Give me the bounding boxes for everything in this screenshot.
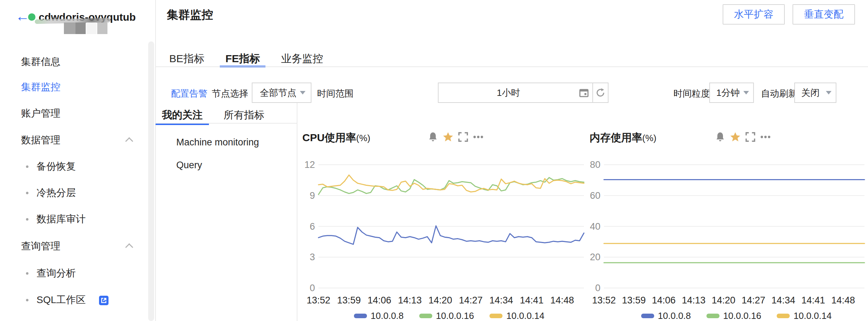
- fullscreen-icon[interactable]: [745, 131, 756, 143]
- svg-text:9: 9: [310, 190, 315, 201]
- auto-refresh-label: 自动刷新: [761, 87, 797, 100]
- svg-text:20: 20: [590, 252, 600, 262]
- chart-actions: [427, 131, 484, 143]
- svg-text:40: 40: [590, 221, 600, 232]
- legend-item[interactable]: 10.0.0.14: [777, 310, 831, 321]
- legend-swatch: [641, 314, 654, 318]
- chevron-down-icon: [826, 91, 831, 94]
- legend-label: 10.0.0.16: [436, 310, 474, 321]
- calendar-icon[interactable]: [578, 87, 590, 98]
- tab-be-metrics[interactable]: BE指标: [164, 51, 210, 66]
- svg-text:6: 6: [310, 221, 315, 232]
- svg-text:80: 80: [590, 159, 600, 170]
- svg-text:14:34: 14:34: [771, 295, 795, 306]
- watermark-artifact: [64, 22, 75, 34]
- sidebar-item-label: 数据库审计: [37, 214, 86, 224]
- chart-title-text: CPU使用率: [302, 132, 356, 143]
- chevron-down-icon: [743, 91, 749, 94]
- auto-refresh-dropdown[interactable]: 关闭: [794, 83, 836, 103]
- legend-label: 10.0.0.16: [723, 310, 761, 321]
- bullet-icon: [26, 299, 28, 301]
- sidebar-item-sql-workspace[interactable]: SQL工作区: [37, 293, 86, 307]
- tab-fe-metrics[interactable]: FE指标: [220, 51, 265, 66]
- granularity-value: 1分钟: [710, 87, 739, 99]
- sidebar-scrollbar[interactable]: [148, 41, 154, 321]
- alarm-bell-icon[interactable]: [715, 131, 726, 143]
- svg-text:14:20: 14:20: [712, 295, 736, 306]
- legend-swatch: [419, 314, 432, 318]
- bullet-icon: [26, 218, 28, 221]
- metric-tabs: BE指标 FE指标 业务监控: [164, 51, 338, 66]
- svg-text:14:48: 14:48: [550, 295, 574, 306]
- cpu-chart-legend: 10.0.0.810.0.0.1610.0.0.14: [299, 310, 587, 321]
- refresh-icon[interactable]: [593, 87, 608, 98]
- svg-text:14:34: 14:34: [489, 295, 513, 306]
- metric-panel-tabs: 我的关注 所有指标: [156, 107, 279, 123]
- legend-label: 10.0.0.8: [658, 310, 691, 321]
- sidebar-item-query-analysis[interactable]: 查询分析: [37, 267, 76, 280]
- legend-swatch: [489, 314, 502, 318]
- sidebar-item-cluster-info[interactable]: 集群信息: [21, 55, 60, 68]
- svg-text:0: 0: [595, 283, 600, 293]
- scale-up-button[interactable]: 垂直变配: [793, 4, 855, 25]
- granularity-label: 时间粒度: [673, 87, 710, 100]
- chevron-up-icon[interactable]: [125, 243, 133, 251]
- svg-text:14:48: 14:48: [831, 295, 855, 306]
- sidebar-item-label: 冷热分层: [37, 187, 76, 198]
- chevron-up-icon[interactable]: [125, 137, 133, 145]
- svg-text:14:06: 14:06: [652, 295, 676, 306]
- chart-title-text: 内存使用率: [590, 132, 642, 143]
- tab-my-favorites[interactable]: 我的关注: [156, 107, 209, 123]
- sidebar-item-account-management[interactable]: 账户管理: [21, 107, 60, 120]
- bullet-icon: [26, 192, 28, 194]
- configure-alert-link[interactable]: 配置告警: [171, 87, 208, 100]
- fullscreen-icon[interactable]: [458, 131, 469, 143]
- back-arrow-icon[interactable]: ←: [15, 9, 29, 23]
- node-select-dropdown[interactable]: 全部节点: [252, 83, 311, 103]
- favorite-star-icon[interactable]: [730, 131, 741, 143]
- node-select-label: 节点选择: [212, 87, 248, 100]
- time-range-picker[interactable]: 1小时: [438, 83, 609, 103]
- legend-item[interactable]: 10.0.0.8: [641, 310, 691, 321]
- legend-swatch: [354, 314, 367, 318]
- sidebar-item-cluster-monitoring[interactable]: 集群监控: [21, 80, 60, 94]
- svg-text:14:20: 14:20: [428, 295, 452, 306]
- svg-text:13:59: 13:59: [337, 295, 361, 306]
- metric-panel-divider: [156, 123, 297, 124]
- bullet-icon: [26, 165, 28, 168]
- legend-item[interactable]: 10.0.0.8: [354, 310, 404, 321]
- chart-title: 内存使用率(%): [590, 131, 656, 145]
- watermark-artifact: [75, 22, 86, 34]
- svg-text:14:27: 14:27: [742, 295, 765, 306]
- legend-item[interactable]: 10.0.0.16: [706, 310, 761, 321]
- external-link-icon: [99, 295, 108, 305]
- alarm-bell-icon[interactable]: [427, 131, 439, 143]
- metric-group-machine-monitoring[interactable]: Machine monitoring: [176, 136, 259, 149]
- legend-label: 10.0.0.8: [371, 310, 404, 321]
- sidebar-item-data-management[interactable]: 数据管理: [21, 133, 60, 147]
- scale-out-button[interactable]: 水平扩容: [723, 4, 785, 25]
- tab-business-monitoring[interactable]: 业务监控: [275, 51, 329, 66]
- sidebar-item-label: 数据管理: [21, 135, 60, 145]
- favorite-star-icon[interactable]: [442, 131, 454, 143]
- more-ellipsis-icon[interactable]: [473, 131, 484, 143]
- more-ellipsis-icon[interactable]: [760, 131, 771, 143]
- metric-group-query[interactable]: Query: [176, 159, 202, 171]
- sidebar-item-backup-restore[interactable]: 备份恢复: [37, 160, 76, 173]
- svg-text:60: 60: [590, 190, 600, 201]
- tab-all-metrics[interactable]: 所有指标: [217, 107, 271, 123]
- metric-panel-right-divider: [297, 103, 297, 321]
- bullet-icon: [26, 272, 28, 275]
- sidebar-item-query-management[interactable]: 查询管理: [21, 240, 60, 253]
- memory-usage-chart-card: 内存使用率(%) 02040608013:5213:5914:0614:1314…: [586, 123, 868, 321]
- sidebar-item-tiered-storage[interactable]: 冷热分层: [37, 186, 76, 199]
- sidebar-item-label: 查询分析: [37, 268, 76, 279]
- svg-text:3: 3: [310, 252, 315, 262]
- legend-item[interactable]: 10.0.0.16: [419, 310, 474, 321]
- legend-swatch: [777, 314, 790, 318]
- granularity-dropdown[interactable]: 1分钟: [709, 83, 754, 103]
- chart-title-unit: (%): [642, 133, 656, 143]
- sidebar-divider: [155, 0, 156, 321]
- sidebar-item-database-audit[interactable]: 数据库审计: [37, 212, 86, 226]
- legend-item[interactable]: 10.0.0.14: [489, 310, 544, 321]
